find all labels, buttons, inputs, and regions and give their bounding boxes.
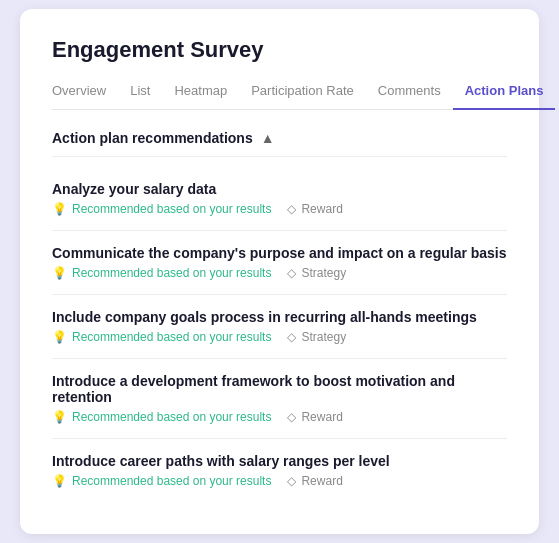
tag-icon: ◇ [287, 266, 296, 280]
tag-icon: ◇ [287, 330, 296, 344]
tag-icon: ◇ [287, 202, 296, 216]
tag-icon: ◇ [287, 474, 296, 488]
action-meta: 💡 Recommended based on your results ◇ Re… [52, 410, 507, 424]
action-item: Introduce career paths with salary range… [52, 439, 507, 502]
recommended-label: 💡 Recommended based on your results [52, 474, 271, 488]
action-title: Include company goals process in recurri… [52, 309, 507, 325]
action-meta: 💡 Recommended based on your results ◇ St… [52, 330, 507, 344]
tab-bar: Overview List Heatmap Participation Rate… [52, 83, 507, 110]
recommended-label: 💡 Recommended based on your results [52, 202, 271, 216]
action-meta: 💡 Recommended based on your results ◇ Re… [52, 202, 507, 216]
action-meta: 💡 Recommended based on your results ◇ Re… [52, 474, 507, 488]
action-item: Include company goals process in recurri… [52, 295, 507, 359]
recommended-label: 💡 Recommended based on your results [52, 266, 271, 280]
action-title: Analyze your salary data [52, 181, 507, 197]
tab-overview[interactable]: Overview [52, 83, 118, 110]
page-title: Engagement Survey [52, 37, 507, 63]
action-title: Communicate the company's purpose and im… [52, 245, 507, 261]
action-title: Introduce career paths with salary range… [52, 453, 507, 469]
category-label: ◇ Strategy [287, 266, 346, 280]
action-list: Analyze your salary data 💡 Recommended b… [52, 167, 507, 502]
category-label: ◇ Strategy [287, 330, 346, 344]
chevron-up-icon[interactable]: ▲ [261, 130, 275, 146]
tag-icon: ◇ [287, 410, 296, 424]
recommended-label: 💡 Recommended based on your results [52, 330, 271, 344]
recommended-label: 💡 Recommended based on your results [52, 410, 271, 424]
action-title: Introduce a development framework to boo… [52, 373, 507, 405]
action-item: Communicate the company's purpose and im… [52, 231, 507, 295]
action-item: Introduce a development framework to boo… [52, 359, 507, 439]
bulb-icon: 💡 [52, 266, 67, 280]
section-divider [52, 156, 507, 157]
bulb-icon: 💡 [52, 410, 67, 424]
tab-participation-rate[interactable]: Participation Rate [239, 83, 366, 110]
category-label: ◇ Reward [287, 474, 342, 488]
main-card: Engagement Survey Overview List Heatmap … [20, 9, 539, 534]
section-header: Action plan recommendations ▲ [52, 130, 507, 146]
bulb-icon: 💡 [52, 330, 67, 344]
tab-list[interactable]: List [118, 83, 162, 110]
tab-comments[interactable]: Comments [366, 83, 453, 110]
bulb-icon: 💡 [52, 202, 67, 216]
bulb-icon: 💡 [52, 474, 67, 488]
tab-heatmap[interactable]: Heatmap [162, 83, 239, 110]
tab-action-plans[interactable]: Action Plans [453, 83, 556, 110]
action-item: Analyze your salary data 💡 Recommended b… [52, 167, 507, 231]
action-meta: 💡 Recommended based on your results ◇ St… [52, 266, 507, 280]
section-title: Action plan recommendations [52, 130, 253, 146]
category-label: ◇ Reward [287, 410, 342, 424]
category-label: ◇ Reward [287, 202, 342, 216]
